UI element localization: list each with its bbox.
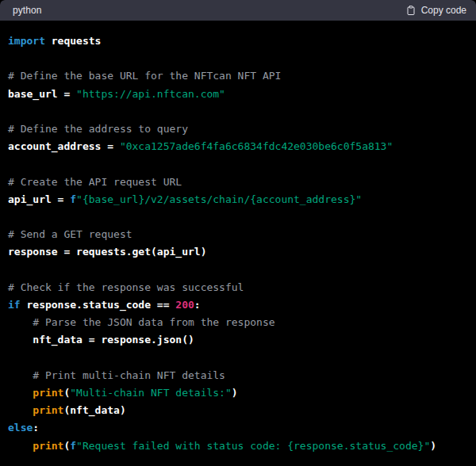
code-token: "Multi-chain NFT details:": [70, 387, 232, 399]
language-label: python: [13, 5, 42, 16]
code-token: "Request failed with status code: {respo…: [76, 440, 430, 452]
code-token: import: [8, 35, 45, 47]
code-token: f: [70, 440, 76, 452]
code-area: import requests # Define the base URL fo…: [0, 21, 476, 466]
code-token: # Define the base URL for the NFTcan NFT…: [8, 70, 281, 82]
code-token: print: [33, 440, 63, 452]
code-token: # Print multi-chain NFT details: [33, 369, 225, 381]
code-token: # Create the API request URL: [8, 176, 182, 188]
code-token: if: [8, 299, 21, 311]
code-token: # Parse the JSON data from the response: [33, 316, 274, 328]
code-token: f: [70, 193, 76, 205]
code-token: else: [8, 422, 33, 434]
clipboard-icon: [406, 5, 416, 16]
code-token: "https://api.nftcan.com": [76, 88, 225, 100]
code-token: 200: [175, 299, 194, 311]
copy-code-button[interactable]: Copy code: [406, 5, 466, 16]
code-token: "0xca1257ade6f4fa6c6834fdc42e030be6c0f5a…: [120, 140, 393, 152]
code-token: # Send a GET request: [8, 228, 132, 240]
copy-code-label: Copy code: [421, 5, 466, 16]
code-token: print: [33, 404, 63, 416]
code-header: python Copy code: [0, 0, 476, 21]
code-content: import requests # Define the base URL fo…: [8, 32, 468, 455]
code-block: python Copy code import requests # Defin…: [0, 0, 476, 466]
code-token: # Check if the response was successful: [8, 281, 244, 293]
code-token: print: [33, 387, 63, 399]
code-token: "{base_url}/v2/assets/chain/{account_add…: [76, 193, 362, 205]
code-token: # Define the address to query: [8, 123, 188, 135]
